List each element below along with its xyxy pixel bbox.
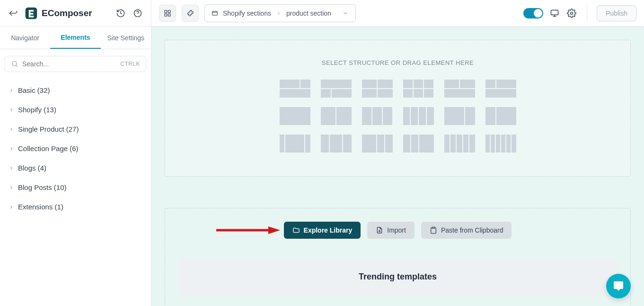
explore-library-button[interactable]: Explore Library xyxy=(284,222,361,239)
structure-drop-zone[interactable]: SELECT STRUCTURE OR DRAG ELEMENT HERE xyxy=(165,40,631,177)
chevron-right-icon xyxy=(9,165,14,171)
layout-option[interactable] xyxy=(444,80,475,98)
category-extensions[interactable]: Extensions (1) xyxy=(0,197,151,216)
chat-fab[interactable] xyxy=(606,274,631,298)
category-list: Basic (32) Shopify (13) Single Product (… xyxy=(0,79,151,218)
category-basic[interactable]: Basic (32) xyxy=(0,81,151,100)
svg-rect-7 xyxy=(551,10,558,15)
brand-logo: EComposer xyxy=(25,7,109,20)
clipboard-icon xyxy=(430,226,437,234)
svg-rect-12 xyxy=(432,227,434,228)
layout-option[interactable] xyxy=(403,80,434,98)
layout-option[interactable] xyxy=(280,107,310,125)
category-blogs[interactable]: Blogs (4) xyxy=(0,158,151,178)
chevron-right-icon xyxy=(9,88,14,93)
chevron-right-icon xyxy=(9,146,14,152)
brand-name: EComposer xyxy=(42,8,92,18)
settings-icon[interactable] xyxy=(566,8,577,19)
layout-option[interactable] xyxy=(280,135,310,153)
search-input[interactable]: CTRLK xyxy=(5,56,146,72)
back-button[interactable] xyxy=(8,8,19,19)
svg-rect-4 xyxy=(165,14,167,16)
svg-rect-3 xyxy=(168,10,170,13)
layout-option[interactable] xyxy=(362,107,393,125)
layout-option[interactable] xyxy=(321,107,352,125)
search-shortcut: CTRLK xyxy=(120,61,140,67)
svg-marker-11 xyxy=(268,226,280,234)
chevron-right-icon xyxy=(9,185,14,190)
import-icon xyxy=(376,226,383,234)
chevron-right-icon xyxy=(9,107,14,113)
chat-icon xyxy=(613,280,624,292)
trending-templates-panel: Trending templates xyxy=(178,258,617,296)
sidebar-tabs: Navigator Elements Site Settings xyxy=(0,27,151,49)
desktop-preview-icon[interactable] xyxy=(549,8,560,19)
history-icon[interactable] xyxy=(115,8,126,19)
svg-rect-6 xyxy=(212,11,218,15)
svg-point-8 xyxy=(571,12,573,14)
breadcrumb-current: product section xyxy=(286,9,331,17)
breadcrumb-root: Shopify sections xyxy=(223,9,271,17)
tab-navigator[interactable]: Navigator xyxy=(0,27,50,49)
layout-option[interactable] xyxy=(485,135,516,153)
category-blog-posts[interactable]: Blog Posts (10) xyxy=(0,178,151,197)
chevron-right-icon xyxy=(9,126,14,132)
chevron-down-icon xyxy=(342,10,349,17)
trending-title: Trending templates xyxy=(193,272,603,282)
chevron-right-icon xyxy=(276,10,282,16)
search-field[interactable] xyxy=(22,60,116,68)
folder-icon xyxy=(292,226,300,234)
addons-button[interactable] xyxy=(182,5,199,22)
drop-zone-hint: SELECT STRUCTURE OR DRAG ELEMENT HERE xyxy=(194,59,602,66)
grid-view-button[interactable] xyxy=(159,5,176,22)
layout-option[interactable] xyxy=(362,80,393,98)
svg-rect-2 xyxy=(165,10,167,13)
layout-option[interactable] xyxy=(485,107,516,125)
help-icon[interactable] xyxy=(132,8,143,19)
layout-option[interactable] xyxy=(444,107,475,125)
layout-option[interactable] xyxy=(403,107,434,125)
logo-icon xyxy=(25,7,38,20)
layout-option[interactable] xyxy=(403,135,434,153)
section-icon xyxy=(212,10,218,17)
category-shopify[interactable]: Shopify (13) xyxy=(0,100,151,119)
layout-option[interactable] xyxy=(362,135,393,153)
paste-clipboard-button[interactable]: Paste from Clipboard xyxy=(421,222,512,239)
category-collection-page[interactable]: Collection Page (6) xyxy=(0,139,151,158)
theme-toggle[interactable] xyxy=(523,8,543,18)
annotation-arrow xyxy=(216,225,282,235)
layout-option[interactable] xyxy=(444,135,475,153)
search-icon xyxy=(11,60,18,68)
category-single-product[interactable]: Single Product (27) xyxy=(0,119,151,139)
layout-option[interactable] xyxy=(321,135,352,153)
svg-point-9 xyxy=(12,62,17,66)
chevron-right-icon xyxy=(9,204,14,210)
tab-site-settings[interactable]: Site Settings xyxy=(101,27,151,49)
layout-option[interactable] xyxy=(280,80,310,98)
action-zone: Explore Library Import Paste from Clipbo… xyxy=(165,208,631,306)
tab-elements[interactable]: Elements xyxy=(50,27,100,49)
svg-rect-5 xyxy=(168,14,170,16)
layout-option[interactable] xyxy=(321,80,352,98)
publish-button[interactable]: Publish xyxy=(597,5,636,21)
breadcrumb[interactable]: Shopify sections product section xyxy=(204,4,356,22)
layout-option[interactable] xyxy=(485,80,516,98)
import-button[interactable]: Import xyxy=(367,222,415,239)
